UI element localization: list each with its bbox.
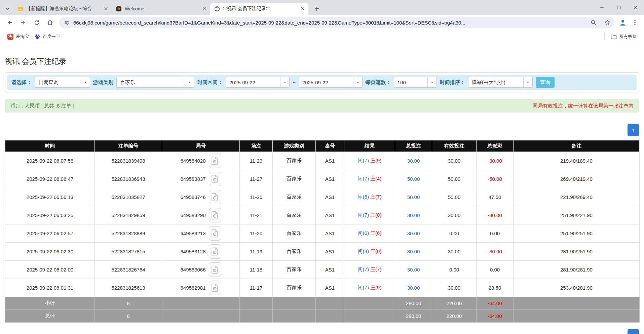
- tab-forum[interactable]: 【新提醒】海燕策略论坛 - 综合: [13, 3, 112, 15]
- round-number: 649582981: [180, 285, 205, 291]
- dropdown-arrow-icon: [81, 77, 90, 87]
- home-icon: [47, 19, 53, 26]
- banker-result: 庄(0): [370, 248, 381, 254]
- round-number: 649584020: [180, 158, 205, 164]
- minimize-button[interactable]: [594, 0, 610, 15]
- tab-bet-record[interactable]: :::视讯 会员下注纪录:::: [210, 3, 308, 15]
- bookmark-baidu[interactable]: 百度一下: [32, 32, 63, 41]
- close-window-button[interactable]: [627, 0, 644, 15]
- date-start-select[interactable]: 2025-09-22: [226, 77, 290, 88]
- query-button[interactable]: 查询: [536, 77, 555, 88]
- tab-close-icon[interactable]: [103, 6, 109, 12]
- game-type-label: 游戏类别: [93, 79, 113, 86]
- pagination-bottom: 1: [5, 329, 639, 334]
- table-row: 2025-09-22 06:01:31522831825613649582981…: [5, 279, 640, 297]
- table-row: 2025-09-22 06:03:25522831829859649583290…: [5, 206, 640, 224]
- footer-total-bet-cell: 280.00: [395, 310, 432, 323]
- bet-record-table: 时间注单编号局号场次游戏类别桌号结果总投注有效投注总派彩备注 2025-09-2…: [5, 140, 640, 323]
- tab-search-button[interactable]: [2, 3, 13, 15]
- round-number: 649583213: [180, 231, 205, 236]
- session-cell: 11-26: [240, 188, 273, 206]
- back-button[interactable]: [3, 16, 16, 29]
- result-cell: 闲(7) 庄(9): [344, 279, 395, 297]
- zoom-level-button[interactable]: [589, 17, 599, 28]
- tab-close-icon[interactable]: [201, 6, 207, 12]
- avatar-icon: [619, 18, 627, 27]
- table-row: 2025-09-22 06:02:30522831827815649583128…: [5, 243, 640, 261]
- video-replay-button[interactable]: [209, 154, 221, 168]
- video-icon: [212, 175, 218, 183]
- date-range-label: 时间区间：: [197, 79, 223, 86]
- profile-button[interactable]: [617, 17, 629, 28]
- video-replay-button[interactable]: [209, 262, 221, 277]
- note-cell: 251.90/251.90: [514, 224, 640, 243]
- note-cell: 269.40/219.40: [514, 170, 640, 188]
- video-replay-button[interactable]: [209, 208, 221, 222]
- banker-result: 庄(6): [370, 230, 381, 236]
- date-end-select[interactable]: 2025-09-22: [299, 77, 363, 88]
- session-cell: 11-18: [240, 261, 273, 279]
- all-bookmarks-button[interactable]: 所有书签: [608, 32, 639, 41]
- magnifier-icon: [591, 19, 597, 26]
- video-replay-button[interactable]: [209, 226, 221, 241]
- note-cell: 253.40/281.90: [514, 279, 640, 297]
- result-cell: 闲(8) 庄(0): [344, 243, 395, 261]
- total-bet-cell-value: 30.00: [407, 249, 420, 254]
- back-icon: [6, 19, 13, 26]
- tab-welcome[interactable]: Welcome: [112, 3, 210, 15]
- column-header: 结果: [344, 140, 395, 152]
- close-icon: [634, 5, 638, 9]
- new-tab-button[interactable]: [311, 3, 323, 14]
- footer-label-cell: 总计: [5, 310, 95, 323]
- tab-strip: 【新提醒】海燕策略论坛 - 综合 Welcome :::视讯 会员下注纪录:::: [0, 0, 644, 15]
- payout-cell: 47.50: [477, 188, 514, 206]
- chevron-down-icon: [5, 6, 10, 11]
- game-type-cell: 百家乐: [273, 224, 316, 243]
- query-mode-select[interactable]: 日期查询: [35, 77, 90, 88]
- banker-result: 庄(9): [370, 285, 381, 290]
- sort-select[interactable]: 降幂(由大到小): [468, 77, 533, 88]
- forward-button[interactable]: [17, 16, 30, 29]
- footer-empty-cell: [316, 297, 344, 310]
- forum-site-icon: [17, 6, 23, 12]
- menu-button[interactable]: [629, 17, 641, 28]
- table-no-cell: AS1: [316, 188, 344, 206]
- video-icon: [212, 157, 218, 165]
- date-separator: ~: [293, 80, 296, 85]
- table-row: 2025-09-22 06:02:00522831826764649583066…: [5, 261, 640, 279]
- page-content: 视讯 会员下注纪录 请选择： 日期查询 游戏类别 百家乐 时间区间： 2025-…: [0, 56, 644, 334]
- video-replay-button[interactable]: [209, 281, 221, 295]
- bet-id-cell: 522831836943: [95, 170, 162, 188]
- home-button[interactable]: [44, 16, 56, 29]
- page-1-button[interactable]: 1: [628, 124, 639, 136]
- valid-bet-cell: 0.00: [432, 224, 477, 243]
- page-size-select[interactable]: 100: [394, 77, 437, 88]
- page-1-button[interactable]: 1: [628, 329, 639, 334]
- note-cell: 251.90/221.90: [514, 206, 640, 224]
- tab-title: 【新提醒】海燕策略论坛 - 综合: [26, 6, 100, 12]
- round-number: 649583837: [180, 176, 205, 182]
- session-cell: 11-20: [240, 224, 273, 243]
- video-replay-button[interactable]: [209, 172, 221, 186]
- banker-result: 庄(0): [370, 212, 381, 218]
- reload-button[interactable]: [30, 16, 43, 29]
- footer-valid-bet-cell: 220.00: [432, 310, 477, 323]
- round-cell: 649583213: [162, 224, 240, 243]
- footer-total-bet-cell: 280.00: [395, 297, 432, 310]
- game-type-select[interactable]: 百家乐: [116, 77, 194, 88]
- footer-empty-cell: [162, 297, 240, 310]
- summary-bar: 币别 : 人民币 | 总共 :8 注单 | 同局有效投注，统一计算在该局第一张注…: [5, 99, 639, 113]
- table-no-cell: AS1: [316, 224, 344, 243]
- bookmark-taobao[interactable]: 淘 爱淘宝: [5, 32, 32, 41]
- total-bet-cell: 50.00: [395, 188, 432, 206]
- tab-close-icon[interactable]: [300, 6, 306, 12]
- video-replay-button[interactable]: [209, 190, 221, 204]
- note-cell: 281.90/281.90: [514, 261, 640, 279]
- date-end-value: 2025-09-22: [299, 77, 353, 87]
- url-bar[interactable]: 66cxkj98.com/game/betrecord_search/kind3…: [59, 17, 614, 28]
- maximize-button[interactable]: [610, 0, 627, 15]
- payout-cell: 0.00: [477, 261, 514, 279]
- video-replay-button[interactable]: [209, 244, 221, 259]
- bookmark-star-button[interactable]: [602, 17, 612, 28]
- round-wrap: 649583128: [162, 244, 239, 259]
